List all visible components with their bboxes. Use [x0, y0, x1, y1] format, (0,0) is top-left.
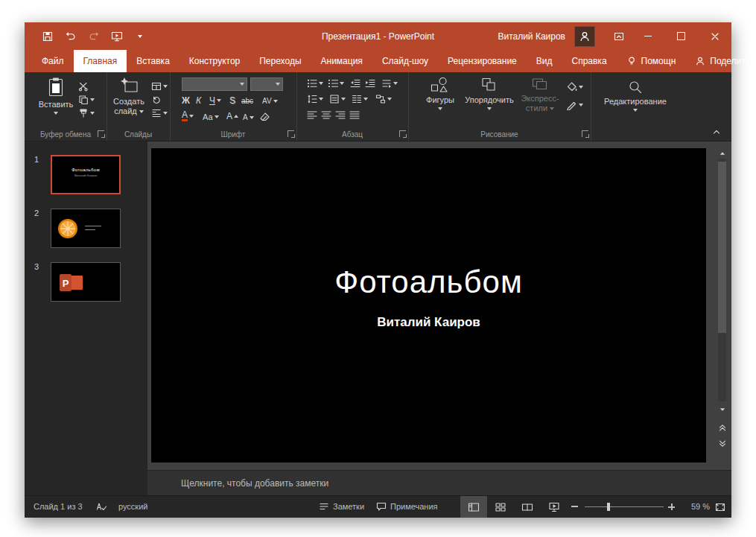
shrink-font-button[interactable]: А: [243, 112, 254, 123]
previous-slide-button[interactable]: [716, 421, 728, 433]
copy-button[interactable]: [78, 95, 95, 105]
dropdown-arrow-icon: [550, 107, 554, 110]
zoom-slider[interactable]: [585, 496, 664, 518]
scroll-down-button[interactable]: [717, 404, 727, 414]
zoom-out-button[interactable]: [571, 506, 578, 507]
convert-to-smartart-button[interactable]: [375, 94, 392, 104]
share-button[interactable]: Поделиться: [685, 50, 756, 72]
shape-fill-button[interactable]: [566, 81, 583, 92]
close-button[interactable]: [698, 22, 731, 50]
text-shadow-button[interactable]: S: [229, 95, 235, 106]
cut-button[interactable]: [78, 81, 89, 92]
font-size-combo[interactable]: [250, 77, 283, 91]
tab-animations[interactable]: Анимация: [311, 50, 372, 72]
font-dialog-launcher[interactable]: [288, 130, 294, 137]
redo-button[interactable]: [87, 30, 101, 43]
slide-thumbnail-1[interactable]: Фотоальбом Виталий Каиров: [51, 155, 121, 194]
tab-file[interactable]: Файл: [32, 50, 74, 72]
shapes-button[interactable]: Фигуры: [419, 77, 462, 110]
align-left-button[interactable]: [307, 110, 317, 120]
paste-button[interactable]: Вставить: [35, 77, 77, 115]
new-slide-button[interactable]: Создать слайд: [108, 77, 150, 116]
ribbon-display-options-button[interactable]: [607, 22, 631, 50]
view-slide-sorter-button[interactable]: [487, 496, 514, 518]
clear-formatting-button[interactable]: [259, 112, 270, 122]
slide-subtitle[interactable]: Виталий Каиров: [151, 315, 706, 330]
italic-button[interactable]: К: [196, 95, 201, 106]
scroll-up-button[interactable]: [717, 148, 727, 158]
slide-title[interactable]: Фотоальбом: [151, 264, 706, 300]
drawing-dialog-launcher[interactable]: [582, 130, 588, 137]
arrange-button[interactable]: Упорядочить: [463, 77, 515, 110]
clipboard-dialog-launcher[interactable]: [98, 130, 104, 137]
scrollbar-track[interactable]: [718, 159, 726, 401]
next-slide-button[interactable]: [716, 437, 728, 450]
tab-slideshow[interactable]: Слайд-шоу: [372, 50, 438, 72]
numbering-button[interactable]: [328, 78, 344, 89]
tab-home[interactable]: Главная: [74, 50, 127, 72]
decrease-indent-button[interactable]: [350, 78, 360, 89]
start-presentation-button[interactable]: [110, 30, 124, 43]
character-spacing-button[interactable]: AV: [262, 96, 278, 107]
font-color-button[interactable]: А: [182, 111, 194, 121]
format-painter-button[interactable]: [78, 108, 95, 118]
change-case-button[interactable]: Аа: [203, 112, 219, 122]
view-normal-button[interactable]: [460, 496, 487, 518]
tab-insert[interactable]: Вставка: [127, 50, 180, 72]
slide-layout-button[interactable]: [151, 81, 168, 92]
align-right-button[interactable]: [335, 110, 346, 120]
tab-view[interactable]: Вид: [527, 50, 562, 72]
undo-button[interactable]: [64, 30, 77, 43]
zoom-in-button[interactable]: [668, 503, 675, 510]
zoom-slider-thumb[interactable]: [607, 503, 610, 511]
view-slideshow-button[interactable]: [541, 496, 568, 518]
collapse-ribbon-button[interactable]: [711, 127, 722, 137]
comments-toggle[interactable]: Примечания: [376, 501, 438, 512]
maximize-button[interactable]: [664, 22, 698, 50]
shape-outline-button[interactable]: [566, 99, 583, 110]
language-button[interactable]: русский: [118, 502, 147, 511]
share-label: Поделиться: [710, 56, 756, 66]
customize-qat-button[interactable]: [133, 30, 147, 43]
assistant-tab[interactable]: Помощн: [617, 50, 686, 72]
slide-canvas[interactable]: Фотоальбом Виталий Каиров: [151, 148, 706, 463]
slide-number: 3: [34, 262, 39, 271]
editing-button[interactable]: Редактирование: [600, 80, 671, 112]
reset-slide-button[interactable]: [151, 95, 162, 105]
quick-styles-button[interactable]: Экспресс- стили: [518, 77, 562, 113]
tab-transitions[interactable]: Переходы: [250, 50, 311, 72]
increase-indent-button[interactable]: [365, 78, 375, 89]
user-avatar[interactable]: [574, 26, 595, 47]
align-text-button[interactable]: [329, 94, 346, 104]
tab-help[interactable]: Справка: [562, 50, 616, 72]
bold-button[interactable]: Ж: [182, 95, 190, 106]
slide-thumbnail-3[interactable]: P: [51, 262, 121, 302]
view-reading-button[interactable]: [514, 496, 541, 518]
redo-icon: [88, 31, 100, 42]
zoom-slider-track[interactable]: [585, 506, 664, 507]
scrollbar-thumb[interactable]: [718, 162, 726, 333]
underline-button[interactable]: Ч: [209, 95, 221, 106]
text-direction-button[interactable]: [381, 78, 398, 89]
save-button[interactable]: [41, 30, 54, 43]
minimize-button[interactable]: [631, 22, 664, 50]
tab-review[interactable]: Рецензирование: [438, 50, 527, 72]
font-name-combo[interactable]: [182, 77, 247, 91]
paragraph-dialog-launcher[interactable]: [399, 130, 406, 137]
grow-font-button[interactable]: А: [226, 111, 238, 121]
section-button[interactable]: [151, 108, 168, 118]
notes-toggle[interactable]: Заметки: [319, 501, 364, 512]
slide-thumbnail-2[interactable]: [51, 209, 121, 248]
zoom-level[interactable]: 59 %: [680, 502, 710, 511]
tab-design[interactable]: Конструктор: [180, 50, 250, 72]
strikethrough-button[interactable]: abc: [241, 96, 253, 107]
bullets-button[interactable]: [307, 78, 323, 89]
align-center-button[interactable]: [321, 110, 331, 120]
spell-check-button[interactable]: [96, 501, 107, 512]
dropdown-arrow-icon: [189, 115, 194, 118]
justify-button[interactable]: [349, 110, 360, 120]
columns-button[interactable]: [352, 94, 368, 104]
line-spacing-button[interactable]: [307, 94, 323, 104]
notes-pane[interactable]: Щелкните, чтобы добавить заметки: [147, 470, 731, 495]
fit-slide-to-window-button[interactable]: [714, 501, 726, 513]
